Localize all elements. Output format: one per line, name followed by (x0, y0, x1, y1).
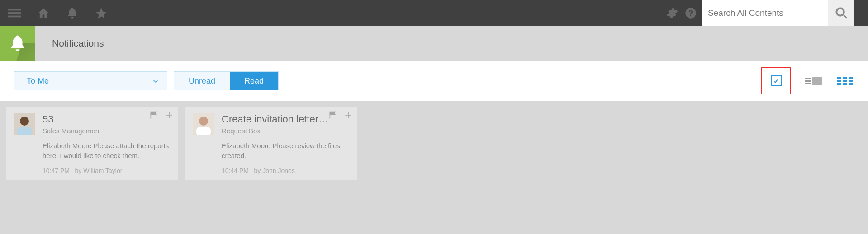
card-text: Elizabeth Moore Please review the files … (222, 141, 350, 161)
topbar-left (6, 5, 109, 21)
avatar (193, 113, 214, 135)
read-button[interactable]: Read (230, 72, 278, 90)
card-body: 53 Sales Management Elizabeth Moore Plea… (43, 113, 171, 174)
search-box (702, 0, 854, 26)
svg-rect-2 (8, 16, 21, 18)
home-icon[interactable] (35, 5, 52, 21)
card-time: 10:47 PM (43, 167, 70, 174)
card-author: by John Jones (254, 167, 295, 174)
read-toggle-group: Unread Read (174, 71, 279, 90)
list-view-icon (805, 77, 822, 85)
plus-icon[interactable] (165, 111, 174, 120)
cards: 53 Sales Management Elizabeth Moore Plea… (0, 101, 868, 198)
filter-dropdown-label: To Me (27, 76, 49, 86)
bell-icon[interactable] (64, 5, 81, 21)
toolbar: To Me Unread Read (0, 61, 868, 101)
select-mode-button[interactable] (761, 67, 791, 94)
help-icon[interactable]: ? (683, 5, 699, 21)
page-header: Notifications (0, 26, 868, 61)
topbar-right: ? (664, 0, 868, 26)
card-meta: 10:44 PM by John Jones (222, 167, 350, 174)
toolbar-left: To Me Unread Read (14, 71, 279, 90)
avatar (14, 113, 35, 135)
filter-dropdown[interactable]: To Me (14, 71, 167, 90)
page-bell-icon (0, 26, 35, 61)
unread-button[interactable]: Unread (174, 72, 230, 90)
card-actions (149, 111, 174, 120)
notification-card[interactable]: 53 Sales Management Elizabeth Moore Plea… (6, 107, 178, 180)
card-body: Create invitation letter… Request Box El… (222, 113, 350, 174)
card-subtitle: Request Box (222, 127, 350, 135)
unread-button-label: Unread (189, 76, 215, 86)
card-time: 10:44 PM (222, 167, 249, 174)
flag-icon[interactable] (328, 111, 337, 120)
page-title: Notifications (52, 38, 104, 49)
notification-card[interactable]: Create invitation letter… Request Box El… (185, 107, 357, 180)
topbar: ? (0, 0, 868, 26)
search-input[interactable] (702, 0, 828, 26)
grid-view-button[interactable] (835, 71, 854, 90)
card-actions (328, 111, 353, 120)
svg-point-9 (199, 117, 208, 126)
read-button-label: Read (244, 76, 264, 86)
card-text: Elizabeth Moore Please attach the report… (43, 141, 171, 161)
toolbar-right (761, 67, 854, 94)
plus-icon[interactable] (344, 111, 353, 120)
star-icon[interactable] (93, 5, 109, 21)
gear-icon[interactable] (664, 5, 680, 21)
topbar-end (857, 0, 868, 26)
list-view-button[interactable] (804, 71, 823, 90)
svg-rect-7 (17, 127, 32, 135)
card-author: by William Taylor (75, 167, 123, 174)
svg-point-6 (20, 117, 29, 126)
svg-rect-10 (196, 127, 211, 135)
checkbox-icon (771, 75, 782, 86)
svg-rect-1 (8, 12, 21, 14)
chevron-down-icon (152, 77, 160, 85)
menu-icon[interactable] (6, 5, 23, 21)
svg-text:?: ? (688, 9, 693, 17)
grid-view-icon (837, 77, 853, 85)
flag-icon[interactable] (149, 111, 158, 120)
card-subtitle: Sales Management (43, 127, 171, 135)
card-meta: 10:47 PM by William Taylor (43, 167, 171, 174)
svg-rect-0 (8, 9, 21, 11)
search-button[interactable] (828, 0, 854, 26)
